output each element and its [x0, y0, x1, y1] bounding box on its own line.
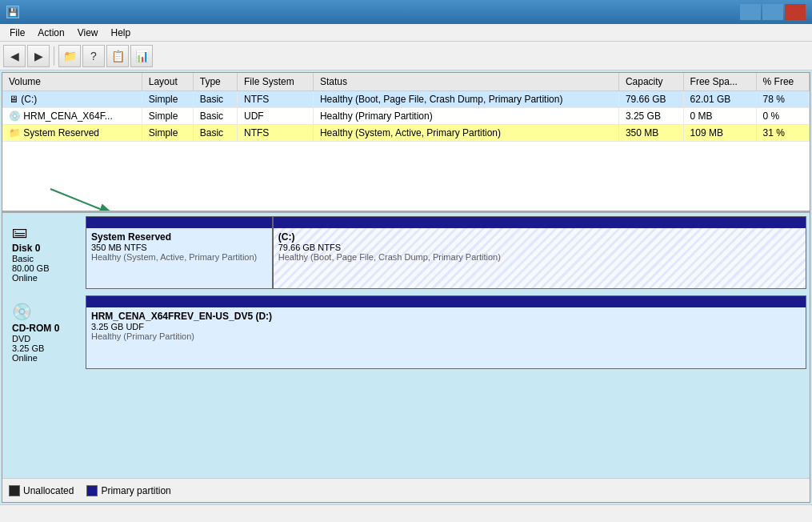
cd-icon: 💿	[9, 110, 23, 122]
cell-1-1: Simple	[142, 108, 193, 125]
partition-size: 79.66 GB NTFS	[278, 243, 801, 252]
partition-name: HRM_CENA_X64FREV_EN-US_DV5 (D:)	[91, 311, 801, 322]
help-button[interactable]: ?	[82, 45, 105, 67]
partition-system-reserved[interactable]: System Reserved350 MB NTFSHealthy (Syste…	[86, 217, 274, 288]
back-button[interactable]: ◀	[3, 45, 26, 67]
cell-1-5: 3.25 GB	[618, 108, 683, 125]
cell-0-3: NTFS	[237, 91, 313, 108]
cell-1-2: Basic	[193, 108, 237, 125]
cell-2-7: 31 %	[756, 125, 809, 142]
col-header-type[interactable]: Type	[193, 73, 237, 91]
menu-item-view[interactable]: View	[71, 26, 105, 40]
toolbar: ◀▶📁?📋📊	[0, 42, 812, 70]
table-wrapper: VolumeLayoutTypeFile SystemStatusCapacit…	[2, 73, 810, 142]
disk-size: 80.00 GB	[12, 263, 79, 273]
cell-2-3: NTFS	[237, 125, 313, 142]
table-header: VolumeLayoutTypeFile SystemStatusCapacit…	[2, 73, 810, 91]
cell-1-3: UDF	[237, 108, 313, 125]
disk-partitions-disk-0: System Reserved350 MB NTFSHealthy (Syste…	[86, 216, 806, 289]
legend-color-box	[9, 485, 20, 496]
window-controls	[740, 4, 806, 20]
cell-1-6: 0 MB	[683, 108, 756, 125]
cell-2-5: 350 MB	[618, 125, 683, 142]
disk-name: CD-ROM 0	[12, 323, 79, 334]
disk-status: Online	[12, 353, 79, 363]
cell-0-4: Healthy (Boot, Page File, Crash Dump, Pr…	[313, 91, 618, 108]
menu-item-help[interactable]: Help	[105, 26, 138, 40]
disk-type: DVD	[12, 334, 79, 343]
cell-0-2: Basic	[193, 91, 237, 108]
disk-row-cd-rom-0: 💿CD-ROM 0DVD3.25 GBOnlineHRM_CENA_X64FRE…	[6, 295, 806, 369]
disk-label-disk-0: 🖴Disk 0Basic80.00 GBOnline	[6, 216, 86, 289]
legend-item-primary-partition: Primary partition	[86, 485, 170, 496]
col-header-capacity[interactable]: Capacity	[618, 73, 683, 91]
partition-header-bar	[86, 296, 806, 307]
col-header-file-system[interactable]: File System	[237, 73, 313, 91]
toolbar-separator	[54, 46, 54, 66]
close-button[interactable]	[785, 4, 806, 20]
status-bar	[0, 504, 812, 522]
cell-0-7: 78 %	[756, 91, 809, 108]
cell-2-0: 📁 System Reserved	[2, 125, 142, 142]
svg-line-1	[50, 189, 100, 209]
cell-1-4: Healthy (Primary Partition)	[313, 108, 618, 125]
partition-status: Healthy (System, Active, Primary Partiti…	[91, 252, 267, 262]
cell-1-0: 💿 HRM_CENA_X64F...	[2, 108, 142, 125]
partition-size: 350 MB NTFS	[91, 243, 267, 252]
partition-status: Healthy (Boot, Page File, Crash Dump, Pr…	[278, 252, 801, 262]
col-header-free-spa---[interactable]: Free Spa...	[683, 73, 756, 91]
legend-label: Primary partition	[101, 485, 170, 496]
app-icon: 💾	[6, 6, 19, 18]
disk-size: 3.25 GB	[12, 343, 79, 353]
disk-partitions-cd-rom-0: HRM_CENA_X64FREV_EN-US_DV5 (D:)3.25 GB U…	[86, 295, 806, 369]
table-body: 🖥 (C:)SimpleBasicNTFSHealthy (Boot, Page…	[2, 91, 810, 142]
forward-button[interactable]: ▶	[27, 45, 50, 67]
export-button[interactable]: 📊	[130, 45, 153, 67]
folder-icon: 📁	[9, 127, 23, 139]
volume-table: VolumeLayoutTypeFile SystemStatusCapacit…	[2, 73, 810, 142]
menu-bar: FileActionViewHelp	[0, 24, 812, 42]
title-bar: 💾	[0, 0, 812, 24]
legend-color-box	[86, 485, 98, 496]
disk-type: Basic	[12, 254, 79, 263]
partition-d-drive[interactable]: HRM_CENA_X64FREV_EN-US_DV5 (D:)3.25 GB U…	[86, 296, 806, 368]
properties-button[interactable]: 📋	[106, 45, 129, 67]
cell-2-4: Healthy (System, Active, Primary Partiti…	[313, 125, 618, 142]
col-header-volume[interactable]: Volume	[2, 73, 142, 91]
cell-2-1: Simple	[142, 125, 193, 142]
legend-item-unallocated: Unallocated	[9, 485, 74, 496]
table-row[interactable]: 📁 System ReservedSimpleBasicNTFSHealthy …	[2, 125, 810, 142]
main-content: VolumeLayoutTypeFile SystemStatusCapacit…	[2, 72, 810, 503]
minimize-button[interactable]	[740, 4, 761, 20]
table-row[interactable]: 🖥 (C:)SimpleBasicNTFSHealthy (Boot, Page…	[2, 91, 810, 108]
partition-size: 3.25 GB UDF	[91, 322, 801, 331]
legend-label: Unallocated	[23, 485, 74, 496]
legend: UnallocatedPrimary partition	[2, 478, 810, 502]
table-section: VolumeLayoutTypeFile SystemStatusCapacit…	[2, 73, 810, 213]
partition-name: System Reserved	[91, 231, 267, 243]
disk-section: 🖴Disk 0Basic80.00 GBOnlineSystem Reserve…	[2, 213, 810, 478]
drive-icon: 🖥	[9, 94, 21, 105]
hdd-icon: 🖴	[12, 223, 79, 241]
disk-label-cd-rom-0: 💿CD-ROM 0DVD3.25 GBOnline	[6, 295, 86, 369]
partition-header-bar	[86, 217, 272, 228]
partition-c-drive[interactable]: (C:)79.66 GB NTFSHealthy (Boot, Page Fil…	[274, 217, 806, 288]
cell-2-6: 109 MB	[683, 125, 756, 142]
disk-status: Online	[12, 273, 79, 283]
col-header-status[interactable]: Status	[313, 73, 618, 91]
cell-1-7: 0 %	[756, 108, 809, 125]
maximize-button[interactable]	[762, 4, 783, 20]
cell-0-6: 62.01 GB	[683, 91, 756, 108]
menu-item-file[interactable]: File	[3, 26, 31, 40]
cell-0-5: 79.66 GB	[618, 91, 683, 108]
disk-row-disk-0: 🖴Disk 0Basic80.00 GBOnlineSystem Reserve…	[6, 216, 806, 289]
partition-name: (C:)	[278, 231, 801, 243]
table-row[interactable]: 💿 HRM_CENA_X64F...SimpleBasicUDFHealthy …	[2, 108, 810, 125]
menu-item-action[interactable]: Action	[31, 26, 70, 40]
cdrom-icon: 💿	[12, 302, 79, 321]
cell-0-1: Simple	[142, 91, 193, 108]
col-header---free[interactable]: % Free	[756, 73, 809, 91]
partition-header-bar	[274, 217, 806, 228]
col-header-layout[interactable]: Layout	[142, 73, 193, 91]
up-button[interactable]: 📁	[58, 45, 81, 67]
